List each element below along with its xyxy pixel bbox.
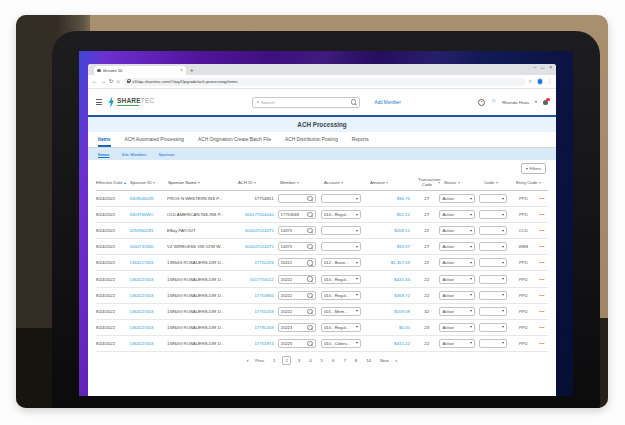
member-input[interactable]: 20222 <box>278 275 316 284</box>
cell-sponsor-id-link[interactable]: 0000731900 <box>130 244 168 249</box>
code-select[interactable] <box>479 339 507 348</box>
clear-icon[interactable]: × <box>256 100 259 105</box>
cell-amount-link[interactable]: $559.08 <box>366 309 413 314</box>
account-select[interactable]: 010 - Regul... <box>321 210 361 219</box>
row-menu-icon[interactable]: ••• <box>536 244 548 249</box>
code-select[interactable] <box>479 291 507 300</box>
browser-tab[interactable]: Version 10 × <box>94 66 186 75</box>
subtab-site-member[interactable]: Site Member <box>121 152 146 157</box>
user-menu[interactable]: Rhonda Hiata <box>502 100 529 105</box>
column-code[interactable]: Code <box>484 180 516 185</box>
account-select[interactable]: 010 - Regul... <box>321 275 361 284</box>
cell-amount-link[interactable]: $369.72 <box>366 293 413 298</box>
search-icon[interactable] <box>307 228 312 233</box>
status-select[interactable]: Active <box>439 275 475 284</box>
page-button-7[interactable]: 7 <box>341 357 348 364</box>
page-button-14[interactable]: 14 <box>364 357 374 364</box>
cell-ach-id-link[interactable]: 17755874 <box>236 341 278 346</box>
row-menu-icon[interactable]: ••• <box>536 293 548 298</box>
close-button[interactable]: × <box>549 65 552 70</box>
cell-ach-id-link[interactable]: 17791309 <box>236 325 278 330</box>
prev-page-button[interactable]: Prev <box>253 357 267 364</box>
column-account[interactable]: Account <box>324 180 370 185</box>
cell-sponsor-id-link[interactable]: 1364227403 <box>130 309 168 314</box>
search-icon[interactable] <box>307 276 312 281</box>
member-input[interactable]: 17753068 <box>278 210 316 219</box>
maximize-button[interactable]: □ <box>541 65 544 70</box>
cell-ach-id-link[interactable]: 000007014075 <box>236 228 278 233</box>
status-select[interactable]: Active <box>439 210 475 219</box>
subtab-items[interactable]: Items <box>98 152 109 157</box>
cell-sponsor-id-link[interactable]: 4292960281 <box>130 228 168 233</box>
search-icon[interactable] <box>307 325 312 330</box>
notifications-bell-icon[interactable] <box>543 100 548 105</box>
prev-arrow-icon[interactable]: ‹ <box>247 357 249 363</box>
tab-ach-origination-create-batch-file[interactable]: ACH Origination Create Batch File <box>198 132 271 147</box>
member-input[interactable]: 14375 <box>278 226 316 235</box>
status-select[interactable]: Active <box>439 291 475 300</box>
hamburger-menu-icon[interactable] <box>96 99 102 104</box>
search-icon[interactable] <box>307 293 312 298</box>
subtab-sponsor[interactable]: Sponsor <box>158 152 174 157</box>
filters-button[interactable]: Filters <box>521 163 546 174</box>
search-icon[interactable] <box>307 244 312 249</box>
account-select[interactable]: 010 - Colers... <box>321 339 361 348</box>
clock-icon[interactable] <box>478 99 485 106</box>
chevron-down-icon[interactable] <box>535 101 537 103</box>
code-select[interactable] <box>479 275 507 284</box>
column-amount[interactable]: Amount <box>370 180 418 185</box>
cell-ach-id-link[interactable]: 000177054040 <box>236 212 278 217</box>
cell-sponsor-id-link[interactable]: 1364227403 <box>130 277 168 282</box>
page-button-8[interactable]: 8 <box>352 357 359 364</box>
favorites-star-icon[interactable]: ☆ <box>491 99 496 105</box>
cell-sponsor-id-link[interactable]: 9409546039 <box>130 196 168 201</box>
column-sponsor-name[interactable]: Sponsor Name <box>168 180 238 185</box>
cell-ach-id-link[interactable]: 17750218 <box>236 309 278 314</box>
browser-menu-icon[interactable]: ⋮ <box>547 79 552 84</box>
status-select[interactable]: Active <box>439 242 475 251</box>
address-bar[interactable]: v10qa.sharetec.com/#/wg/Upgrade/ach-proc… <box>123 78 525 86</box>
cell-amount-link[interactable]: $52.12 <box>366 212 413 217</box>
column-effective-date[interactable]: Effective Date <box>96 180 130 185</box>
search-icon[interactable] <box>307 260 312 265</box>
member-input[interactable] <box>278 194 316 203</box>
row-menu-icon[interactable]: ••• <box>536 260 548 265</box>
tab-ach-automated-processing[interactable]: ACH Automated Processing <box>125 132 184 147</box>
home-icon[interactable]: ⌂ <box>117 79 120 85</box>
status-select[interactable]: Active <box>439 307 475 316</box>
page-button-2[interactable]: 2 <box>282 356 291 365</box>
status-select[interactable]: Active <box>439 226 475 235</box>
page-button-3[interactable]: 3 <box>295 357 302 364</box>
account-select[interactable] <box>321 226 361 235</box>
cell-sponsor-id-link[interactable]: 9403766WC <box>130 212 168 217</box>
cell-amount-link[interactable]: $1,367.09 <box>366 260 413 265</box>
status-select[interactable]: Active <box>439 323 475 332</box>
row-menu-icon[interactable]: ••• <box>536 341 548 346</box>
account-select[interactable]: 010 - Regul... <box>321 291 361 300</box>
row-menu-icon[interactable]: ••• <box>536 309 548 314</box>
code-select[interactable] <box>479 323 507 332</box>
row-menu-icon[interactable]: ••• <box>536 228 548 233</box>
forward-icon[interactable]: → <box>101 79 107 85</box>
page-button-5[interactable]: 5 <box>318 357 325 364</box>
code-select[interactable] <box>479 226 507 235</box>
code-select[interactable] <box>479 194 507 203</box>
column-sponsor-id[interactable]: Sponsor ID <box>130 180 168 185</box>
page-button-6[interactable]: 6 <box>330 357 337 364</box>
code-select[interactable] <box>479 210 507 219</box>
search-icon[interactable] <box>307 309 312 314</box>
status-select[interactable]: Active <box>439 194 475 203</box>
row-menu-icon[interactable]: ••• <box>536 325 548 330</box>
status-select[interactable]: Active <box>439 258 475 267</box>
add-member-link[interactable]: Add Member <box>374 100 400 105</box>
next-arrow-icon[interactable]: › <box>395 357 397 363</box>
member-input[interactable]: 20222 <box>278 307 316 316</box>
search-input[interactable]: × Search <box>252 97 360 108</box>
row-menu-icon[interactable]: ••• <box>536 277 548 282</box>
search-icon[interactable] <box>307 341 312 346</box>
cell-amount-link[interactable]: $36.76 <box>366 196 413 201</box>
member-input[interactable]: 20225 <box>278 339 316 348</box>
code-select[interactable] <box>479 307 507 316</box>
page-button-4[interactable]: 4 <box>307 357 314 364</box>
cell-ach-id-link[interactable]: 0017754112 <box>236 277 278 282</box>
